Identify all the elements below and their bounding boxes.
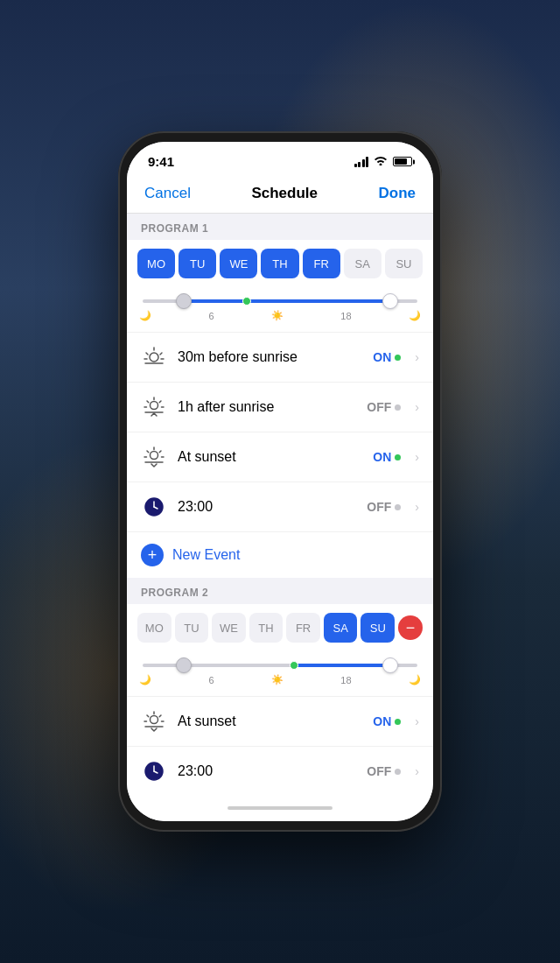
event-label-2: 1h after sunrise bbox=[178, 399, 356, 415]
status-time: 9:41 bbox=[148, 154, 174, 169]
chevron-icon-4: › bbox=[415, 500, 419, 514]
slider-label-6-p2: 6 bbox=[208, 675, 214, 685]
event-row[interactable]: 1h after sunrise OFF › bbox=[127, 383, 433, 432]
svg-line-27 bbox=[159, 715, 161, 717]
event-label-3: At sunset bbox=[178, 449, 362, 465]
program2-slider: 🌙 6 ☀️ 18 🌙 bbox=[127, 651, 433, 697]
event-status-4: OFF bbox=[367, 500, 401, 514]
svg-point-0 bbox=[150, 353, 158, 362]
sun-icon: ☀️ bbox=[271, 310, 284, 321]
day-TH-p1[interactable]: TH bbox=[261, 249, 298, 278]
status-dot-p2-1 bbox=[395, 719, 401, 725]
program2-header: PROGRAM 2 bbox=[127, 578, 433, 604]
day-SA-p1[interactable]: SA bbox=[344, 249, 382, 278]
slider-track-p1[interactable] bbox=[143, 299, 417, 303]
program1-header: PROGRAM 1 bbox=[127, 214, 433, 240]
day-MO-p1[interactable]: MO bbox=[137, 249, 175, 278]
nav-bar: Cancel Schedule Done bbox=[127, 176, 433, 214]
day-TU-p1[interactable]: TU bbox=[178, 249, 216, 278]
day-TH-p2[interactable]: TH bbox=[249, 613, 284, 643]
new-event-button-p1[interactable]: + New Event bbox=[127, 532, 433, 578]
add-icon-p1: + bbox=[141, 544, 164, 566]
sunset-icon bbox=[141, 444, 167, 470]
moon-icon-p2: 🌙 bbox=[139, 674, 151, 685]
event-status-2: OFF bbox=[367, 400, 401, 414]
phone-device: 9:41 Cancel Schedule Done bbox=[118, 131, 442, 832]
event-row[interactable]: At sunset ON › bbox=[127, 432, 433, 482]
svg-line-4 bbox=[146, 353, 148, 355]
event-label-p2-1: At sunset bbox=[178, 713, 362, 729]
phone-screen: 9:41 Cancel Schedule Done bbox=[127, 142, 433, 821]
svg-line-19 bbox=[147, 451, 149, 453]
chevron-icon-2: › bbox=[415, 400, 419, 414]
sunset-icon-p2 bbox=[141, 708, 167, 735]
chevron-icon-p2-1: › bbox=[415, 714, 419, 728]
moon-icon: 🌙 bbox=[139, 310, 151, 321]
slider-label-6: 6 bbox=[208, 311, 214, 321]
svg-line-29 bbox=[147, 715, 149, 717]
program1-day-selector: MO TU WE TH FR SA SU bbox=[127, 240, 433, 287]
scroll-area: PROGRAM 1 MO TU WE TH FR SA SU bbox=[127, 214, 433, 795]
moon-icon-right-p2: 🌙 bbox=[409, 674, 421, 685]
delete-program2-button[interactable]: − bbox=[398, 615, 423, 640]
slider-label-18: 18 bbox=[340, 311, 351, 321]
svg-line-2 bbox=[160, 353, 162, 355]
slider-labels-p1: 🌙 6 ☀️ 18 🌙 bbox=[139, 310, 421, 321]
event-row[interactable]: 30m before sunrise ON › bbox=[127, 333, 433, 383]
status-dot-3 bbox=[395, 454, 401, 460]
sunrise-before-icon bbox=[141, 344, 167, 370]
status-icons bbox=[354, 155, 413, 168]
event-row[interactable]: 23:00 OFF › bbox=[127, 482, 433, 532]
day-WE-p1[interactable]: WE bbox=[220, 249, 257, 278]
day-SU-p2[interactable]: SU bbox=[360, 613, 395, 643]
sun-icon-p2: ☀️ bbox=[271, 674, 284, 685]
slider-labels-p2: 🌙 6 ☀️ 18 🌙 bbox=[139, 674, 421, 685]
status-dot-4 bbox=[395, 504, 401, 510]
status-dot-1 bbox=[395, 355, 401, 361]
status-bar: 9:41 bbox=[127, 142, 433, 176]
event-label-1: 30m before sunrise bbox=[178, 349, 362, 365]
moon-icon-right: 🌙 bbox=[409, 310, 421, 321]
svg-point-25 bbox=[150, 716, 158, 724]
day-SA-p2[interactable]: SA bbox=[324, 613, 358, 643]
signal-icon bbox=[354, 157, 369, 167]
event-status-p2-2: OFF bbox=[367, 764, 401, 778]
clock-icon bbox=[141, 494, 167, 520]
event-status-3: ON bbox=[373, 450, 401, 464]
status-dot-p2-2 bbox=[395, 769, 401, 775]
done-button[interactable]: Done bbox=[378, 185, 416, 202]
chevron-icon-1: › bbox=[415, 350, 419, 364]
slider-track-p2[interactable] bbox=[143, 664, 417, 667]
event-row-p2-2[interactable]: 23:00 OFF › bbox=[127, 747, 433, 795]
svg-point-8 bbox=[150, 402, 158, 410]
new-event-label-p1: New Event bbox=[172, 547, 240, 563]
page-title: Schedule bbox=[251, 185, 318, 202]
day-WE-p2[interactable]: WE bbox=[212, 613, 246, 643]
clock-icon-p2 bbox=[141, 758, 167, 784]
home-indicator bbox=[127, 795, 433, 821]
day-FR-p2[interactable]: FR bbox=[286, 613, 320, 643]
program1-slider: 🌙 6 ☀️ 18 🌙 bbox=[127, 287, 433, 333]
day-FR-p1[interactable]: FR bbox=[303, 249, 340, 278]
day-TU-p2[interactable]: TU bbox=[175, 613, 209, 643]
svg-line-17 bbox=[159, 451, 161, 453]
cancel-button[interactable]: Cancel bbox=[144, 185, 191, 202]
sunrise-after-icon bbox=[141, 394, 167, 420]
svg-line-10 bbox=[159, 401, 161, 403]
day-SU-p1[interactable]: SU bbox=[385, 249, 423, 278]
event-label-4: 23:00 bbox=[178, 499, 356, 515]
day-MO-p2[interactable]: MO bbox=[137, 613, 172, 643]
wifi-icon bbox=[374, 155, 388, 168]
event-status-p2-1: ON bbox=[373, 714, 401, 728]
chevron-icon-3: › bbox=[415, 450, 419, 464]
status-dot-2 bbox=[395, 404, 401, 411]
slider-label-18-p2: 18 bbox=[340, 675, 351, 685]
event-status-1: ON bbox=[373, 350, 401, 364]
svg-line-12 bbox=[147, 401, 149, 403]
event-label-p2-2: 23:00 bbox=[178, 763, 356, 779]
svg-point-15 bbox=[150, 452, 158, 460]
battery-icon bbox=[393, 157, 412, 166]
program2-day-selector: MO TU WE TH FR SA SU − bbox=[127, 604, 433, 651]
chevron-icon-p2-2: › bbox=[415, 764, 419, 778]
event-row-p2-1[interactable]: At sunset ON › bbox=[127, 697, 433, 747]
